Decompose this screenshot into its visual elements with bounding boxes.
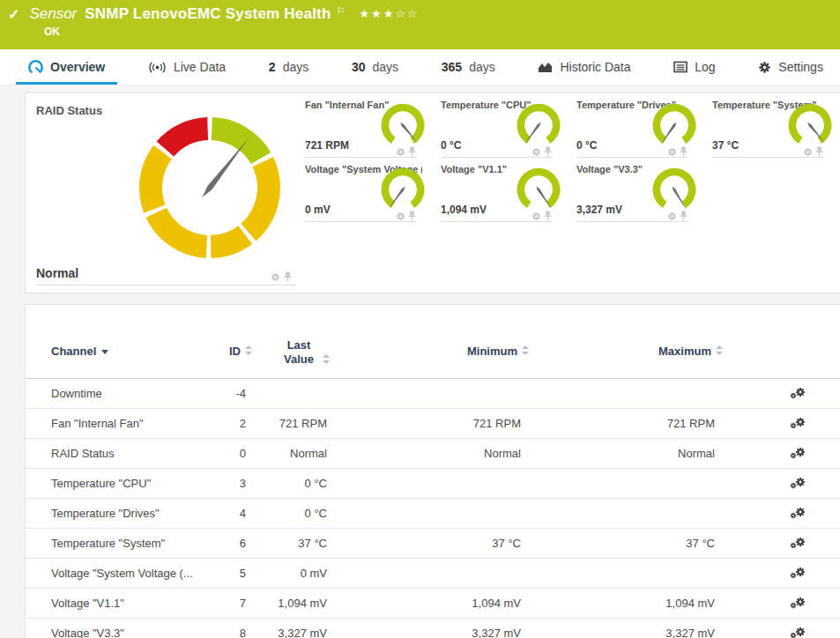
cell-channel[interactable]: Voltage "V3.3"	[51, 627, 210, 638]
column-header-maximum[interactable]: Maximum	[572, 345, 724, 358]
pin-icon[interactable]	[815, 145, 823, 160]
pin-icon[interactable]	[408, 145, 416, 160]
channel-settings-icon[interactable]	[790, 447, 806, 461]
column-header-last-value[interactable]: Last Value	[256, 338, 353, 367]
table-row: Voltage "V1.1"71,094 mV1,094 mV1,094 mV	[26, 589, 840, 619]
raid-gauge-title: RAID Status	[36, 104, 102, 117]
gear-icon[interactable]	[532, 209, 541, 225]
tab-overview[interactable]: Overview	[22, 49, 111, 85]
channel-settings-icon[interactable]	[790, 417, 806, 431]
priority-stars[interactable]: ★★★☆☆	[359, 7, 419, 20]
gear-icon[interactable]	[803, 145, 813, 160]
sort-icon	[245, 345, 253, 355]
tab-historic-data[interactable]: Historic Data	[532, 49, 636, 85]
channel-settings-icon[interactable]	[790, 627, 806, 638]
raid-gauge	[135, 113, 285, 266]
cell-last-value: 37 °C	[246, 537, 327, 550]
mini-gauge-underline	[441, 157, 553, 158]
flag-icon[interactable]: ⚐	[337, 5, 346, 17]
tab-settings[interactable]: Settings	[752, 49, 829, 85]
mini-gauge-actions	[396, 145, 416, 160]
table-row: Fan "Internal Fan"2721 RPM721 RPM721 RPM	[26, 409, 840, 439]
page-title: SNMP LenovoEMC System Health	[85, 5, 331, 23]
column-header-channel[interactable]: Channel	[51, 345, 108, 358]
column-header-id[interactable]: ID	[158, 345, 253, 358]
cell-channel[interactable]: Temperature "Drives"	[51, 507, 210, 520]
table-row: Temperature "System"637 °C37 °C37 °C	[26, 529, 840, 559]
tab-2-days[interactable]: 2days	[263, 49, 315, 85]
gauges-panel: RAID Status Normal Fan "Internal Fan"721…	[25, 93, 840, 293]
cell-channel[interactable]: Voltage "V1.1"	[51, 597, 210, 610]
pin-icon[interactable]	[680, 145, 688, 160]
table-row: RAID Status0NormalNormalNormal	[26, 439, 840, 469]
mini-gauge-underline	[576, 157, 688, 158]
pin-icon[interactable]	[680, 209, 688, 225]
tab-30-days[interactable]: 30days	[346, 49, 405, 85]
cell-last-value: 0 °C	[246, 507, 327, 520]
mini-gauge-voltage-v3-3: Voltage "V3.3"3,327 mV	[576, 164, 712, 226]
cell-actions	[715, 447, 821, 461]
channel-settings-icon[interactable]	[790, 387, 806, 401]
mini-gauge-voltage-v1-1: Voltage "V1.1"1,094 mV	[441, 164, 576, 226]
gear-icon[interactable]	[396, 209, 405, 225]
tab-label: Settings	[778, 60, 823, 74]
cell-id: -4	[210, 387, 246, 400]
pin-icon[interactable]	[544, 209, 552, 225]
tab-label: Log	[695, 60, 715, 74]
channel-settings-icon[interactable]	[790, 567, 806, 581]
cell-channel[interactable]: RAID Status	[51, 447, 210, 460]
cell-channel[interactable]: Temperature "CPU"	[51, 477, 210, 490]
mini-gauge-actions	[667, 145, 688, 160]
cell-actions	[715, 507, 821, 521]
object-kind-label: Sensor	[29, 5, 77, 23]
tab-live-data[interactable]: Live Data	[142, 49, 232, 85]
tab-label: days	[372, 60, 398, 74]
channel-settings-icon[interactable]	[790, 597, 806, 611]
cell-maximum: 3,327 mV	[521, 627, 715, 638]
gear-icon[interactable]	[667, 209, 677, 225]
column-header-minimum[interactable]: Minimum	[378, 345, 530, 358]
sensor-status-banner: ✓ Sensor SNMP LenovoEMC System Health ⚐ …	[0, 0, 840, 49]
table-row: Temperature "CPU"30 °C	[26, 469, 840, 499]
cell-id: 7	[210, 597, 246, 610]
cell-channel[interactable]: Temperature "System"	[51, 537, 210, 550]
mini-gauge-fan-internal-fan: Fan "Internal Fan"721 RPM	[305, 100, 441, 162]
tab-label: Historic Data	[560, 60, 630, 74]
cell-channel[interactable]: Voltage "System Voltage (...	[51, 567, 210, 580]
gear-icon[interactable]	[532, 145, 541, 160]
gear-icon	[758, 61, 771, 74]
table-row: Voltage "System Voltage (...50 mV	[26, 559, 840, 589]
gear-icon[interactable]	[271, 270, 280, 286]
pin-icon[interactable]	[284, 270, 292, 286]
cell-id: 0	[210, 447, 246, 460]
gear-icon[interactable]	[667, 145, 677, 160]
channel-settings-icon[interactable]	[790, 507, 806, 521]
cell-maximum: 37 °C	[521, 537, 715, 550]
pin-icon[interactable]	[544, 145, 552, 160]
channel-settings-icon[interactable]	[790, 537, 806, 551]
tab-number: 2	[269, 60, 276, 74]
mini-gauge-value: 1,094 mV	[441, 204, 487, 216]
cell-last-value: 721 RPM	[246, 417, 327, 430]
mini-gauge-underline	[305, 157, 417, 158]
cell-minimum: Normal	[327, 447, 521, 460]
mini-gauge-value: 3,327 mV	[576, 204, 622, 216]
tab-log[interactable]: Log	[667, 49, 721, 85]
ok-check-icon: ✓	[8, 6, 19, 23]
cell-minimum: 1,094 mV	[327, 597, 521, 610]
sort-icon	[323, 354, 331, 364]
table-row: Temperature "Drives"40 °C	[26, 499, 840, 529]
mini-gauge-underline	[712, 157, 824, 158]
gear-icon[interactable]	[396, 145, 405, 160]
cell-channel[interactable]: Fan "Internal Fan"	[51, 417, 210, 430]
cell-channel[interactable]: Downtime	[51, 387, 210, 400]
cell-id: 2	[210, 417, 246, 430]
mini-gauge-underline	[305, 221, 417, 222]
cell-last-value: 3,327 mV	[246, 627, 327, 638]
tab-365-days[interactable]: 365days	[435, 49, 502, 85]
mini-gauge-actions	[532, 209, 552, 225]
pin-icon[interactable]	[408, 209, 416, 225]
channel-settings-icon[interactable]	[790, 477, 806, 491]
tab-number: 365	[442, 60, 462, 74]
cell-actions	[715, 597, 821, 611]
